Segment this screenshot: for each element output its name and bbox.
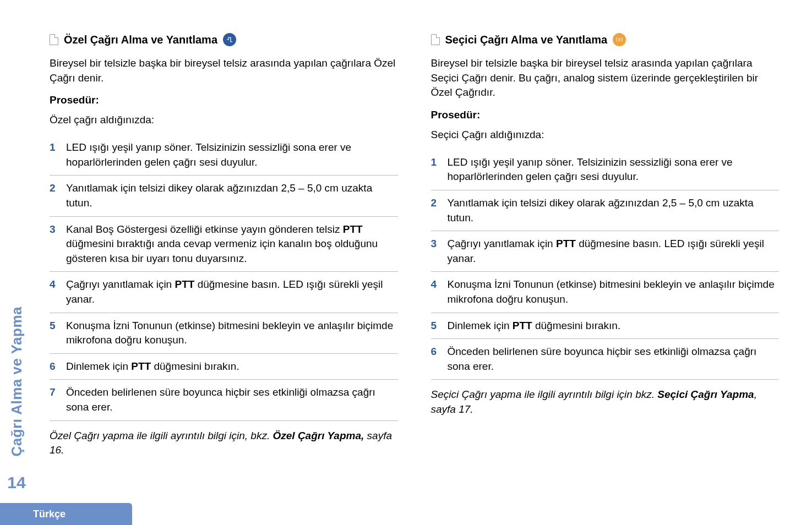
page-number: 14 — [7, 473, 25, 492]
page: Çağrı Alma ve Yapma 14 Özel Çağrı Alma v… — [0, 0, 812, 525]
sidebar: Çağrı Alma ve Yapma 14 — [0, 0, 33, 525]
step-item: 7Önceden belirlenen süre boyunca hiçbir … — [50, 380, 398, 420]
step-item: 3Çağrıyı yanıtlamak için PTT düğmesine b… — [431, 231, 780, 272]
intro-paragraph: Bireysel bir telsizle başka bir bireysel… — [431, 56, 780, 100]
step-number: 1 — [431, 155, 440, 184]
step-item: 5Dinlemek için PTT düğmesini bırakın. — [431, 313, 780, 340]
step-number: 3 — [50, 222, 58, 266]
step-item: 5Konuşma İzni Tonunun (etkinse) bitmesin… — [50, 313, 398, 354]
step-text: Dinlemek için PTT düğmesini bırakın. — [66, 359, 398, 374]
step-text: Önceden belirlenen süre boyunca hiçbir s… — [66, 385, 398, 414]
step-item: 4Konuşma İzni Tonunun (etkinse) bitmesin… — [431, 272, 780, 313]
document-icon — [50, 34, 58, 45]
step-item: 3Kanal Boş Göstergesi özelliği etkinse y… — [50, 217, 398, 272]
step-number: 6 — [50, 359, 58, 374]
step-number: 5 — [431, 319, 440, 333]
step-number: 2 — [431, 196, 440, 225]
step-item: 6Dinlemek için PTT düğmesini bırakın. — [50, 354, 398, 380]
heading-right: Seçici Çağrı Alma ve Yanıtlama — [445, 34, 608, 46]
step-text: Konuşma İzni Tonunun (etkinse) bitmesini… — [448, 277, 780, 307]
content-area: Özel Çağrı Alma ve Yanıtlama Bireysel bi… — [33, 0, 812, 525]
step-item: 6Önceden belirlenen süre boyunca hiçbir … — [431, 339, 780, 380]
heading-left: Özel Çağrı Alma ve Yanıtlama — [64, 34, 217, 46]
step-number: 3 — [431, 237, 440, 266]
step-item: 2Yanıtlamak için telsizi dikey olarak ağ… — [431, 190, 780, 231]
procedure-label: Prosedür: — [431, 109, 780, 121]
step-text: Çağrıyı yanıtlamak için PTT düğmesine ba… — [448, 237, 780, 266]
step-text: Dinlemek için PTT düğmesini bırakın. — [448, 319, 780, 333]
analog-badge-icon — [613, 33, 626, 46]
step-number: 5 — [50, 319, 58, 348]
step-item: 1LED ışığı yeşil yanıp söner. Telsiziniz… — [431, 150, 780, 190]
document-icon — [431, 34, 440, 45]
left-column: Özel Çağrı Alma ve Yanıtlama Bireysel bi… — [50, 33, 398, 525]
steps-right: 1LED ışığı yeşil yanıp söner. Telsiziniz… — [431, 150, 780, 380]
step-text: Çağrıyı yanıtlamak için PTT düğmesine ba… — [66, 277, 398, 307]
when-text: Seçici Çağrı aldığınızda: — [431, 129, 780, 141]
digital-badge-icon — [223, 33, 236, 46]
heading-row: Özel Çağrı Alma ve Yanıtlama — [50, 33, 398, 46]
step-number: 6 — [431, 344, 440, 374]
right-column: Seçici Çağrı Alma ve Yanıtlama Bireysel … — [431, 33, 780, 525]
step-number: 4 — [431, 277, 440, 307]
language-footer: Türkçe — [0, 503, 132, 525]
note-left: Özel Çağrı yapma ile ilgili ayrıntılı bi… — [50, 429, 398, 458]
step-number: 2 — [50, 181, 58, 210]
step-text: Yanıtlamak için telsizi dikey olarak ağz… — [66, 181, 398, 210]
step-text: Kanal Boş Göstergesi özelliği etkinse ya… — [66, 222, 398, 266]
step-item: 4Çağrıyı yanıtlamak için PTT düğmesine b… — [50, 272, 398, 313]
step-text: Önceden belirlenen süre boyunca hiçbir s… — [448, 344, 780, 374]
note-right: Seçici Çağrı yapma ile ilgili ayrıntılı … — [431, 387, 780, 417]
step-item: 2Yanıtlamak için telsizi dikey olarak ağ… — [50, 176, 398, 216]
step-text: Konuşma İzni Tonunun (etkinse) bitmesini… — [66, 319, 398, 348]
step-text: LED ışığı yeşil yanıp söner. Telsizinizi… — [66, 140, 398, 169]
step-item: 1LED ışığı yeşil yanıp söner. Telsiziniz… — [50, 135, 398, 176]
svg-point-0 — [618, 39, 620, 41]
section-title-vertical: Çağrı Alma ve Yapma — [8, 307, 25, 457]
heading-row: Seçici Çağrı Alma ve Yanıtlama — [431, 33, 780, 46]
step-number: 4 — [50, 277, 58, 307]
steps-left: 1LED ışığı yeşil yanıp söner. Telsiziniz… — [50, 135, 398, 420]
when-text: Özel çağrı aldığınızda: — [50, 114, 398, 126]
step-number: 1 — [50, 140, 58, 169]
step-text: Yanıtlamak için telsizi dikey olarak ağz… — [448, 196, 780, 225]
intro-paragraph: Bireysel bir telsizle başka bir bireysel… — [50, 56, 398, 85]
step-number: 7 — [50, 385, 58, 414]
step-text: LED ışığı yeşil yanıp söner. Telsizinizi… — [448, 155, 780, 184]
procedure-label: Prosedür: — [50, 94, 398, 106]
